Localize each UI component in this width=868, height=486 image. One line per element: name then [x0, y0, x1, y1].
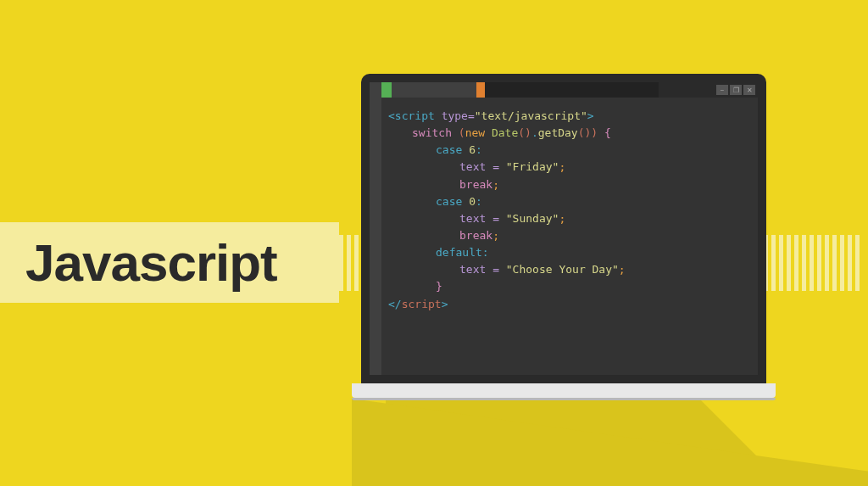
code-token: case [436, 143, 462, 156]
code-token: ( [459, 126, 465, 139]
code-token: { [598, 126, 611, 139]
editor-tab-area [485, 82, 659, 98]
title-text: Javascript [25, 232, 277, 293]
code-token: : [476, 143, 482, 156]
code-token: 6 [462, 143, 476, 156]
code-token: = [486, 160, 505, 173]
editor-sidebar [370, 82, 381, 375]
editor-tab [392, 82, 476, 98]
laptop-base [352, 383, 776, 398]
editor-tab-active-marker [381, 82, 392, 98]
code-token: Date [485, 126, 518, 139]
code-token: getDay [538, 126, 578, 139]
code-token: ; [492, 178, 499, 191]
minimize-icon: − [716, 85, 728, 95]
code-token: default [436, 246, 482, 259]
code-token: ) [591, 126, 598, 139]
code-token: ; [559, 160, 565, 173]
code-token: <script [388, 109, 435, 122]
code-token: : [482, 246, 489, 259]
code-token: "text/javascript" [475, 109, 587, 122]
code-token: ; [559, 212, 565, 225]
code-token: () [578, 126, 592, 139]
code-token: break [459, 229, 492, 242]
editor-tab-modified-marker [476, 82, 485, 98]
code-token: case [436, 195, 462, 208]
code-token: switch [412, 126, 452, 139]
code-token: ; [619, 263, 626, 276]
close-icon: ✕ [743, 85, 755, 95]
code-token: new [465, 126, 485, 139]
code-token: 0 [462, 195, 476, 208]
code-token: </ [388, 298, 402, 310]
editor-window: − ❐ ✕ <script type="text/javascript"> sw… [370, 82, 758, 375]
window-controls: − ❐ ✕ [716, 85, 755, 95]
code-token: "Friday" [506, 160, 559, 173]
code-token: break [459, 178, 492, 191]
code-token: type [442, 109, 468, 122]
code-token: "Sunday" [506, 212, 559, 225]
code-token: = [468, 109, 475, 122]
code-token: script [402, 298, 442, 310]
title-band: Javascript [0, 222, 339, 303]
code-token: } [436, 280, 442, 293]
code-token: ; [492, 229, 499, 242]
code-token: text [459, 263, 486, 276]
code-token: () [518, 126, 531, 139]
code-token: = [486, 263, 505, 276]
code-token: : [476, 195, 482, 208]
code-token: text [459, 160, 486, 173]
laptop-illustration: − ❐ ✕ <script type="text/javascript"> sw… [352, 74, 776, 398]
code-token: > [442, 298, 448, 310]
code-token: "Choose Your Day" [506, 263, 619, 276]
maximize-icon: ❐ [730, 85, 742, 95]
laptop-screen: − ❐ ✕ <script type="text/javascript"> sw… [361, 74, 766, 383]
code-token: text [459, 212, 486, 225]
editor-tabbar: − ❐ ✕ [381, 82, 758, 98]
code-editor-content: <script type="text/javascript"> switch (… [381, 98, 758, 375]
code-token: = [486, 212, 505, 225]
code-token: . [531, 126, 538, 139]
code-token: > [587, 109, 594, 122]
